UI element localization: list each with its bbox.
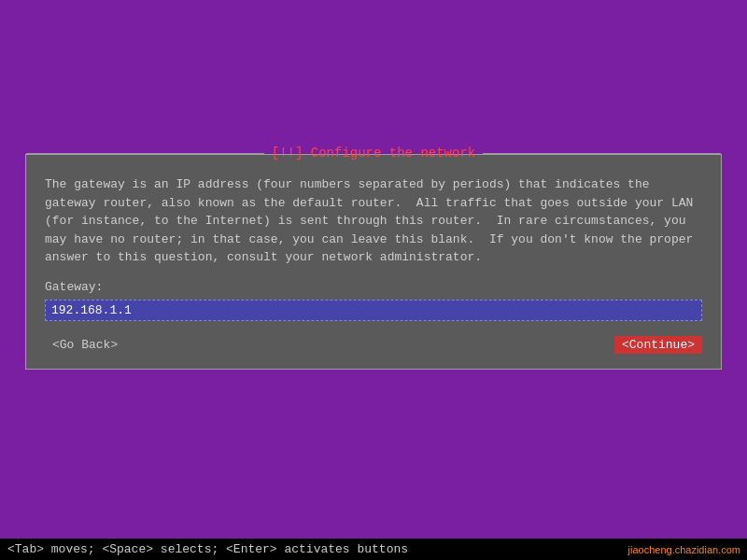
dialog-content: The gateway is an IP address (four numbe… [26,162,721,369]
continue-button[interactable]: <Continue> [614,336,702,354]
title-line-right [483,153,721,154]
dialog-box: [!!] Configure the network The gateway i… [25,154,722,370]
description-text: The gateway is an IP address (four numbe… [45,175,702,267]
gateway-input[interactable] [45,300,702,321]
title-line-left [26,153,264,154]
watermark: jiaocheng.chazidian.com [626,543,743,556]
dialog-title: [!!] Configure the network [264,146,483,161]
status-text: <Tab> moves; <Space> selects; <Enter> ac… [7,542,408,556]
button-row: <Go Back> <Continue> [45,336,702,359]
gateway-label: Gateway: [45,280,702,294]
title-bar: [!!] Configure the network [26,146,721,161]
screen: [!!] Configure the network The gateway i… [0,0,747,560]
go-back-button[interactable]: <Go Back> [45,336,125,354]
